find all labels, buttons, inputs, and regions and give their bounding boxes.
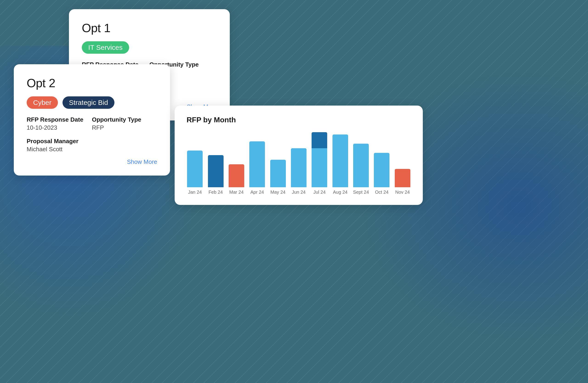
bar-wrap — [228, 164, 245, 187]
bar-wrap — [207, 155, 224, 187]
bar-label: Aug 24 — [333, 190, 347, 195]
bar-wrap — [311, 132, 328, 187]
bar-group: Oct 24 — [373, 133, 390, 195]
bar — [270, 160, 286, 187]
opt2-proposal-manager-field: Proposal Manager Michael Scott — [27, 138, 92, 153]
bar-group: Jun 24 — [291, 133, 307, 195]
bar-blue — [312, 148, 327, 187]
opt2-rfp-date-value: 10-10-2023 — [27, 124, 92, 131]
bar-label: Jun 24 — [292, 190, 306, 195]
opt1-tag-row: IT Services — [82, 41, 217, 54]
bar-group: Jan 24 — [187, 133, 203, 195]
bar — [208, 155, 224, 187]
bar-label: Feb 24 — [209, 190, 223, 195]
bar — [374, 153, 389, 187]
bar-label: Mar 24 — [229, 190, 244, 195]
bar-wrap — [332, 134, 349, 187]
opt1-title: Opt 1 — [82, 21, 217, 35]
opt2-proposal-manager-label: Proposal Manager — [27, 138, 92, 145]
bar-group: Nov 24 — [394, 133, 411, 195]
opt2-fields: RFP Response Date 10-10-2023 Opportunity… — [27, 116, 157, 153]
bar-group: Jul 24 — [311, 133, 328, 195]
bar — [333, 134, 348, 187]
opt2-proposal-manager-value: Michael Scott — [27, 146, 92, 153]
bar — [249, 141, 265, 187]
bar-group: Feb 24 — [207, 133, 224, 195]
bar — [229, 164, 244, 187]
bar — [395, 169, 410, 187]
bar-label: Apr 24 — [251, 190, 264, 195]
bar-wrap — [187, 151, 203, 187]
chart-card: RFP by Month Jan 24Feb 24Mar 24Apr 24May… — [175, 106, 423, 205]
bar-wrap — [249, 141, 265, 187]
bar — [353, 144, 369, 187]
bar-wrap — [373, 153, 390, 187]
tag-cyber: Cyber — [27, 96, 58, 109]
bar-label: Jan 24 — [188, 190, 202, 195]
opt2-opp-type-label: Opportunity Type — [92, 116, 157, 123]
bar-label: Sept 24 — [353, 190, 369, 195]
bar-label: Oct 24 — [375, 190, 389, 195]
bar-label: Jul 24 — [314, 190, 326, 195]
opt2-opp-type-value: RFP — [92, 124, 157, 131]
opt2-rfp-date-label: RFP Response Date — [27, 116, 92, 123]
bar-stack — [312, 132, 327, 187]
bar-wrap — [291, 148, 307, 187]
card-opt2: Opt 2 Cyber Strategic Bid RFP Response D… — [14, 64, 170, 175]
opt2-rfp-date-field: RFP Response Date 10-10-2023 — [27, 116, 92, 131]
bar-wrap — [394, 169, 411, 187]
opt2-show-more[interactable]: Show More — [27, 158, 157, 165]
bar-group: Aug 24 — [332, 133, 349, 195]
tag-it-services: IT Services — [82, 41, 129, 54]
bar-wrap — [270, 160, 286, 187]
opt2-tag-row: Cyber Strategic Bid — [27, 96, 157, 109]
bar-label: May 24 — [271, 190, 286, 195]
chart-title: RFP by Month — [187, 116, 411, 124]
tag-strategic-bid: Strategic Bid — [63, 96, 114, 109]
bar-wrap — [353, 144, 369, 187]
bar-group: Apr 24 — [249, 133, 265, 195]
bar-dark — [312, 132, 327, 148]
bar-group: Sept 24 — [353, 133, 369, 195]
bar-group: May 24 — [270, 133, 286, 195]
opt2-opp-type-field: Opportunity Type RFP — [92, 116, 157, 131]
bar-label: Nov 24 — [395, 190, 410, 195]
bar — [291, 148, 307, 187]
chart-area: Jan 24Feb 24Mar 24Apr 24May 24Jun 24Jul … — [187, 133, 411, 197]
bar — [187, 151, 203, 187]
opt2-title: Opt 2 — [27, 76, 157, 90]
bar-group: Mar 24 — [228, 133, 245, 195]
